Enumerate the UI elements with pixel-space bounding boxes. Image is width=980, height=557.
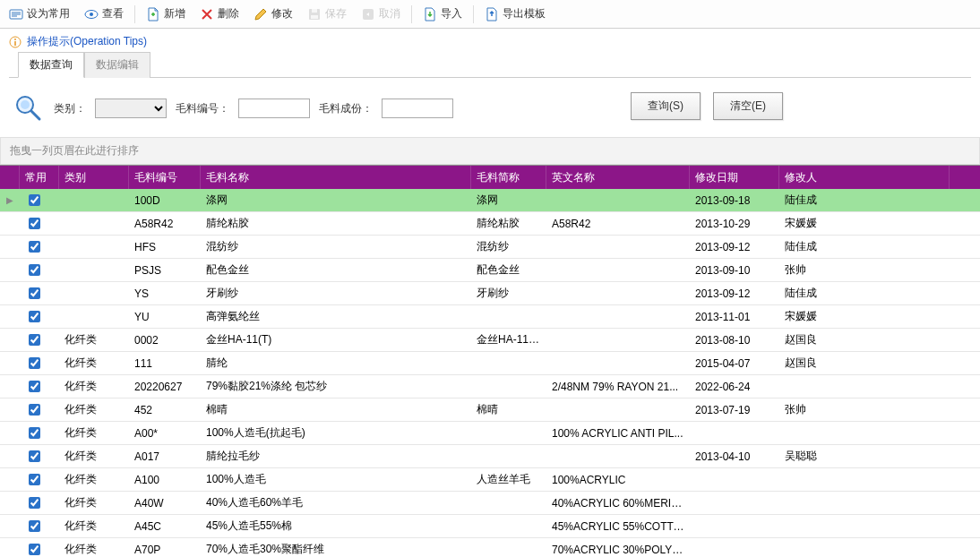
new-label: 新增 bbox=[164, 6, 185, 21]
toolbar-separator bbox=[411, 5, 412, 23]
cell-en: 100% ACRYLIC ANTI PIL... bbox=[546, 427, 690, 440]
table-row[interactable]: 化纤类A45C45%人造毛55%棉45%ACRYLIC 55%COTTON bbox=[0, 515, 980, 538]
col-name[interactable]: 毛料名称 bbox=[201, 166, 471, 189]
save-icon bbox=[307, 7, 322, 21]
table-row[interactable]: PSJS配色金丝配色金丝2013-09-10张帅 bbox=[0, 259, 980, 282]
set-common-label: 设为常用 bbox=[27, 6, 70, 21]
common-checkbox[interactable] bbox=[29, 381, 40, 392]
import-button[interactable]: 导入 bbox=[417, 4, 468, 23]
cell-common[interactable] bbox=[20, 541, 59, 557]
cell-code: 100D bbox=[129, 194, 201, 207]
common-checkbox[interactable] bbox=[29, 427, 40, 439]
toolbar-separator bbox=[134, 5, 135, 23]
cell-abbr: 棉晴 bbox=[471, 402, 546, 417]
cell-code: A017 bbox=[129, 450, 201, 463]
common-checkbox[interactable] bbox=[29, 334, 40, 346]
cell-date: 2013-09-12 bbox=[690, 241, 779, 253]
export-template-button[interactable]: 导出模板 bbox=[479, 4, 551, 23]
cell-name: 79%黏胶21%涤纶 包芯纱 bbox=[201, 379, 471, 394]
table-row[interactable]: 化纤类A017腈纶拉毛纱2013-04-10吴聪聪 bbox=[0, 445, 980, 468]
cell-code: A58R42 bbox=[129, 218, 201, 230]
cell-common[interactable] bbox=[20, 471, 59, 488]
col-abbr[interactable]: 毛料简称 bbox=[471, 166, 546, 189]
cell-common[interactable] bbox=[20, 285, 59, 302]
table-row[interactable]: 化纤类A00*100%人造毛(抗起毛)100% ACRYLIC ANTI PIL… bbox=[0, 422, 980, 445]
cell-name: 配色金丝 bbox=[201, 262, 471, 278]
tab-data-query[interactable]: 数据查询 bbox=[18, 52, 84, 78]
table-row[interactable]: A58R42腈纶粘胶腈纶粘胶A58R422013-10-29宋媛媛 bbox=[0, 212, 980, 236]
table-row[interactable]: 化纤类A70P70%人造毛30%聚酯纤维70%ACRYLIC 30%POLYE.… bbox=[0, 538, 980, 557]
cell-common[interactable] bbox=[20, 331, 59, 348]
col-common[interactable]: 常用 bbox=[20, 166, 59, 189]
common-checkbox[interactable] bbox=[29, 474, 40, 485]
common-checkbox[interactable] bbox=[29, 241, 40, 253]
common-checkbox[interactable] bbox=[29, 404, 40, 416]
common-checkbox[interactable] bbox=[29, 497, 40, 509]
col-code[interactable]: 毛料编号 bbox=[129, 166, 201, 189]
cell-common[interactable] bbox=[20, 215, 59, 232]
cell-common[interactable] bbox=[20, 448, 59, 465]
col-category[interactable]: 类别 bbox=[59, 166, 129, 189]
table-row[interactable]: 化纤类0002金丝HA-11(T)金丝HA-11(T)2013-08-10赵国良 bbox=[0, 329, 980, 352]
new-button[interactable]: 新增 bbox=[141, 4, 191, 23]
set-common-button[interactable]: 设为常用 bbox=[4, 4, 75, 23]
table-row[interactable]: YU高弹氨纶丝2013-11-01宋媛媛 bbox=[0, 305, 980, 329]
cell-common[interactable] bbox=[20, 494, 59, 511]
cell-common[interactable] bbox=[20, 308, 59, 325]
cancel-button: 取消 bbox=[356, 4, 406, 23]
col-en[interactable]: 英文名称 bbox=[546, 166, 690, 189]
table-row[interactable]: YS牙刷纱牙刷纱2013-09-12陆佳成 bbox=[0, 282, 980, 305]
cell-common[interactable] bbox=[20, 355, 59, 372]
groupby-panel[interactable]: 拖曳一列页眉在此进行排序 bbox=[0, 137, 980, 165]
cell-common[interactable] bbox=[20, 401, 59, 418]
common-checkbox[interactable] bbox=[29, 264, 40, 276]
cell-code: 0002 bbox=[129, 334, 201, 347]
cell-en: 70%ACRYLIC 30%POLYE... bbox=[546, 544, 690, 556]
table-row[interactable]: 化纤类111腈纶2015-04-07赵国良 bbox=[0, 352, 980, 375]
cell-en: 100%ACRYLIC bbox=[546, 474, 690, 486]
common-checkbox[interactable] bbox=[29, 544, 40, 555]
tab-data-edit[interactable]: 数据编辑 bbox=[84, 52, 150, 78]
info-icon bbox=[9, 36, 21, 48]
composition-input[interactable] bbox=[382, 99, 453, 118]
operation-tips-link[interactable]: 操作提示(Operation Tips) bbox=[27, 34, 147, 49]
common-checkbox[interactable] bbox=[29, 194, 40, 206]
code-input[interactable] bbox=[238, 99, 310, 118]
cell-common[interactable] bbox=[20, 424, 59, 441]
common-checkbox[interactable] bbox=[29, 450, 40, 462]
table-row[interactable]: 化纤类2022062779%黏胶21%涤纶 包芯纱2/48NM 79% RAYO… bbox=[0, 375, 980, 398]
cell-code: HFS bbox=[129, 241, 201, 253]
common-checkbox[interactable] bbox=[29, 520, 40, 532]
view-button[interactable]: 查看 bbox=[79, 4, 129, 23]
cell-name: 100%人造毛(抗起毛) bbox=[201, 425, 471, 441]
col-user[interactable]: 修改人 bbox=[779, 166, 950, 189]
cell-common[interactable] bbox=[20, 261, 59, 278]
modify-button[interactable]: 修改 bbox=[248, 4, 298, 23]
cell-code: PSJS bbox=[129, 264, 201, 277]
table-row[interactable]: 化纤类A40W40%人造毛60%羊毛40%ACRYLIC 60%MERIN... bbox=[0, 492, 980, 515]
col-date[interactable]: 修改日期 bbox=[690, 166, 779, 189]
cell-category: 化纤类 bbox=[59, 425, 129, 441]
common-checkbox[interactable] bbox=[29, 287, 40, 299]
common-checkbox[interactable] bbox=[29, 218, 40, 229]
cell-common[interactable] bbox=[20, 192, 59, 209]
common-checkbox[interactable] bbox=[29, 311, 40, 322]
table-row[interactable]: 化纤类A100100%人造毛人造丝羊毛100%ACRYLIC bbox=[0, 468, 980, 492]
cell-category: 化纤类 bbox=[59, 542, 129, 557]
category-select[interactable] bbox=[95, 99, 167, 118]
clear-button[interactable]: 清空(E) bbox=[713, 92, 783, 120]
common-checkbox[interactable] bbox=[29, 357, 40, 369]
cell-abbr: 涤网 bbox=[471, 193, 546, 208]
query-button[interactable]: 查询(S) bbox=[631, 92, 701, 120]
cell-common[interactable] bbox=[20, 518, 59, 535]
delete-button[interactable]: 删除 bbox=[194, 4, 245, 23]
table-row[interactable]: HFS混纺纱混纺纱2013-09-12陆佳成 bbox=[0, 236, 980, 259]
table-row[interactable]: 化纤类452棉晴棉晴2013-07-19张帅 bbox=[0, 398, 980, 422]
composition-label: 毛料成份： bbox=[319, 101, 373, 116]
table-row[interactable]: ▶100D涤网涤网2013-09-18陆佳成 bbox=[0, 189, 980, 212]
tips-section: 操作提示(Operation Tips) 数据查询 数据编辑 bbox=[0, 29, 980, 80]
cell-common[interactable] bbox=[20, 238, 59, 255]
grid-body: ▶100D涤网涤网2013-09-18陆佳成A58R42腈纶粘胶腈纶粘胶A58R… bbox=[0, 189, 980, 557]
cell-common[interactable] bbox=[20, 378, 59, 395]
cell-date: 2013-11-01 bbox=[690, 311, 779, 323]
